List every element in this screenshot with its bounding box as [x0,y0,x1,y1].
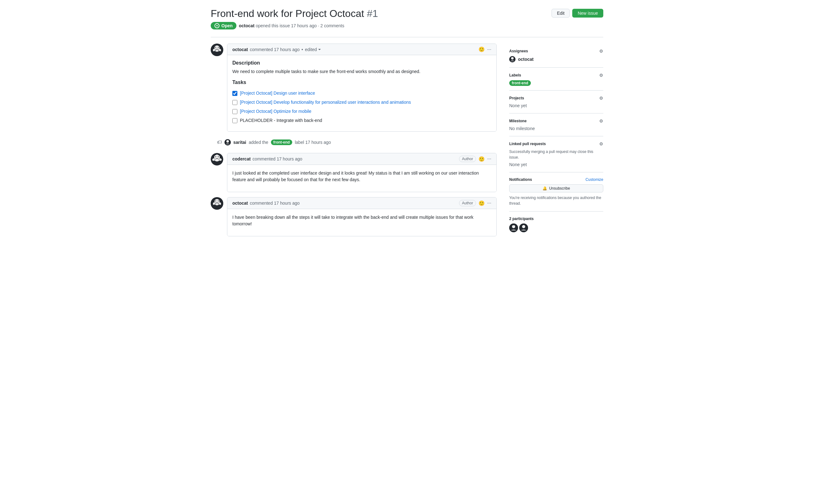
activity-action: added the [249,140,268,145]
projects-heading: Projects [509,96,524,100]
meta-text: octocat opened this issue 17 hours ago ·… [239,23,344,28]
comment-2-body: I just looked at the completed user inte… [227,165,496,192]
svg-point-2 [215,47,216,48]
issue-title: Front-end work for Project Octocat #1 [211,8,378,19]
edit-button[interactable]: Edit [552,9,570,18]
task-item-3: [Project Octocat] Optimize for mobile [232,108,491,115]
comment-3-more-button[interactable]: ··· [487,200,491,206]
comment-3-header-left: octocat commented 17 hours ago [232,201,300,206]
svg-point-12 [215,201,216,202]
task-link-3[interactable]: [Project Octocat] Optimize for mobile [240,108,311,115]
open-icon [214,23,219,28]
comment-2-time: commented 17 hours ago [252,156,302,161]
notifications-heading-row: Notifications Customize [509,177,603,182]
linked-pr-value: None yet [509,162,527,167]
issue-title-text: Front-end work for Project Octocat [211,8,364,19]
comment-2-text: I just looked at the completed user inte… [232,170,491,183]
activity-avatar [224,139,231,145]
svg-point-13 [218,201,219,202]
tasks-heading: Tasks [232,79,491,86]
content-area: octocat commented 17 hours ago • edited … [211,44,497,241]
participants-heading: 2 participants [509,217,603,221]
linked-pr-heading-row: Linked pull requests ⚙ [509,141,603,146]
assignees-gear-button[interactable]: ⚙ [599,49,603,54]
task-checkbox-4[interactable] [232,118,237,123]
task-link-2[interactable]: [Project Octocat] Develop functionality … [240,99,411,106]
customize-link[interactable]: Customize [586,177,603,182]
assignee-avatar [509,56,516,62]
comment-2-emoji-button[interactable]: 🙂 [479,156,485,162]
description-text: We need to complete multiple tasks to ma… [232,68,491,75]
sidebar: Assignees ⚙ octocat [509,44,603,241]
comment-1-body: Description We need to complete multiple… [227,55,496,131]
comment-1-edited-dropdown[interactable]: edited [305,47,320,52]
new-issue-button[interactable]: New issue [572,9,603,18]
task-checkbox-1[interactable] [232,91,237,96]
comment-2-wrapper: codercat commented 17 hours ago Author 🙂… [211,153,497,192]
assignee-name: octocat [518,57,534,62]
edited-chevron-icon [318,49,321,50]
comment-1-edited: • [302,47,303,52]
comment-3-text: I have been breaking down all the steps … [232,214,491,227]
comment-2-header-right: Author 🙂 ··· [459,156,491,162]
comment-2-more-button[interactable]: ··· [487,156,491,162]
task-item-1: [Project Octocat] Design user interface [232,90,491,97]
issue-meta: Open octocat opened this issue 17 hours … [211,22,603,29]
comment-3-emoji-button[interactable]: 🙂 [479,200,485,206]
labels-section: Labels ⚙ front-end [509,68,603,91]
header-buttons: Edit New issue [552,9,603,18]
main-layout: octocat commented 17 hours ago • edited … [211,44,603,241]
octocat-avatar-1 [211,44,223,56]
notifications-section: Notifications Customize 🔔 Unsubscribe Yo… [509,172,603,212]
task-checkbox-3[interactable] [232,109,237,114]
svg-point-19 [522,225,525,228]
comment-3-author: octocat [232,201,248,206]
comment-2-author: codercat [232,156,250,161]
issue-author-name: octocat [239,23,255,28]
milestone-heading: Milestone [509,119,527,123]
labels-gear-button[interactable]: ⚙ [599,73,603,78]
comment-3-wrapper: octocat commented 17 hours ago Author 🙂 … [211,197,497,236]
svg-point-8 [215,156,216,157]
unsubscribe-button[interactable]: 🔔 Unsubscribe [509,184,603,192]
labels-heading-row: Labels ⚙ [509,73,603,78]
svg-point-3 [218,47,219,48]
comment-1-header-left: octocat commented 17 hours ago • edited [232,47,321,52]
projects-section: Projects ⚙ None yet [509,91,603,113]
comment-1-emoji-button[interactable]: 🙂 [479,46,485,52]
participant-avatar-1 [509,223,518,232]
comment-3-header: octocat commented 17 hours ago Author 🙂 … [227,197,496,209]
issue-number: #1 [367,8,378,19]
svg-point-7 [214,155,220,160]
octocat-avatar-2 [211,197,223,210]
linked-pr-heading: Linked pull requests [509,142,546,146]
participants-section: 2 participants [509,212,603,237]
svg-point-9 [218,156,219,157]
comment-3-time: commented 17 hours ago [250,201,300,206]
task-checkbox-2[interactable] [232,100,237,105]
milestone-section: Milestone ⚙ No milestone [509,113,603,136]
comment-2-header: codercat commented 17 hours ago Author 🙂… [227,153,496,165]
comment-1-header: octocat commented 17 hours ago • edited … [227,44,496,55]
tag-icon: 🏷 [217,139,222,145]
comment-1-box: octocat commented 17 hours ago • edited … [227,44,497,132]
status-text: Open [221,23,233,28]
milestone-value: No milestone [509,126,535,131]
projects-value: None yet [509,103,527,108]
milestone-gear-button[interactable]: ⚙ [599,118,603,123]
assignees-section: Assignees ⚙ octocat [509,44,603,68]
activity-label-badge: front-end [271,139,292,145]
svg-point-17 [512,225,515,228]
status-badge: Open [211,22,236,29]
activity-suffix: label 17 hours ago [295,140,331,145]
comment-1-time: commented 17 hours ago [250,47,300,52]
comment-1-more-button[interactable]: ··· [487,47,491,52]
projects-gear-button[interactable]: ⚙ [599,96,603,101]
task-item-2: [Project Octocat] Develop functionality … [232,99,491,106]
comment-3-author-badge: Author [459,200,476,206]
linked-pr-gear-button[interactable]: ⚙ [599,141,603,146]
task-link-1[interactable]: [Project Octocat] Design user interface [240,90,315,97]
comment-1-header-right: 🙂 ··· [479,46,491,52]
labels-heading: Labels [509,73,521,77]
participants-avatars [509,223,603,232]
